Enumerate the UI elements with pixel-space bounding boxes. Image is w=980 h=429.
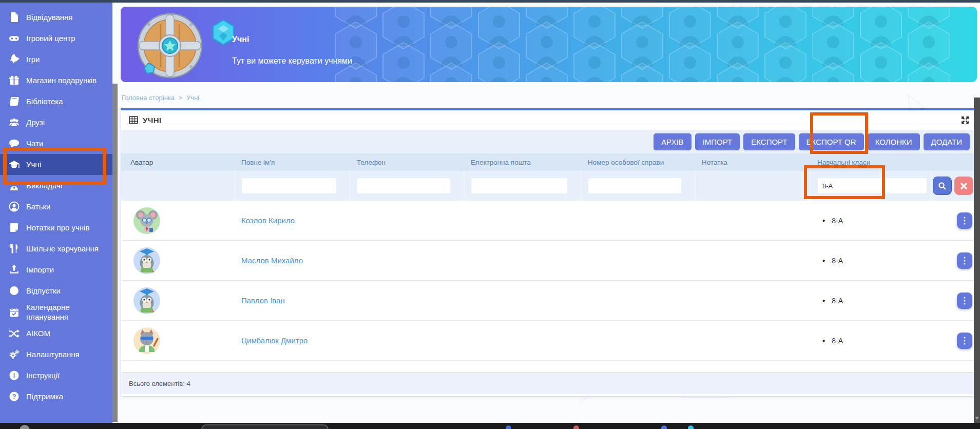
class-bullet: • [822, 336, 825, 345]
student-name-link[interactable]: Козлов Кирило [234, 216, 350, 225]
export-qr-button[interactable]: ЕКСПОРТ QR [799, 133, 864, 150]
sidebar-item-19[interactable]: ? Підтримка [0, 386, 112, 407]
class-cell: • 8-А [810, 216, 931, 225]
parent-icon [9, 201, 20, 212]
column-header-2[interactable]: Повне ім'я [234, 159, 350, 166]
filter-cell-avatar [121, 171, 234, 201]
filter-classes-input[interactable] [818, 178, 927, 193]
kebab-menu-icon [964, 337, 966, 345]
meal-icon [9, 243, 20, 254]
info-icon: i [9, 370, 20, 381]
sidebar-item-label: Магазин подарунків [26, 75, 97, 85]
sidebar-item-6[interactable]: Друзі [0, 112, 112, 133]
sidebar-item-label: Нотатки про учнів [26, 223, 89, 232]
student-name-link[interactable]: Маслов Михайло [234, 256, 350, 265]
sidebar-item-7[interactable]: Чати [0, 133, 112, 154]
archive-button[interactable]: АРХІВ [654, 133, 691, 150]
sidebar-item-8[interactable]: Учні [0, 154, 112, 175]
filter-file-number-input[interactable] [588, 178, 681, 193]
student-row: Козлов Кирило • 8-А [121, 201, 976, 241]
class-cell: • 8-А [810, 256, 931, 265]
sidebar-scrollbar[interactable] [112, 84, 118, 422]
clear-filter-button[interactable] [954, 177, 973, 195]
page-subtitle: Тут ви можете керувати учнями [232, 56, 352, 66]
sidebar-item-18[interactable]: i Інструкції [0, 365, 112, 386]
sidebar-item-16[interactable]: АІКОМ [0, 323, 112, 344]
export-button[interactable]: ЕКСПОРТ [743, 133, 795, 150]
sidebar-item-14[interactable]: Відпустки [0, 280, 112, 301]
settings-gears-icon [9, 349, 20, 360]
class-cell: • 8-А [810, 296, 931, 305]
sidebar-item-label: Налаштування [26, 349, 80, 359]
gift-icon [9, 75, 20, 86]
taskbar-start-icon[interactable] [20, 425, 30, 429]
import-button[interactable]: ІМПОРТ [695, 133, 740, 150]
book-icon [9, 96, 20, 107]
filter-fullname-input[interactable] [242, 178, 336, 193]
column-header-3[interactable]: Телефон [350, 159, 464, 166]
row-menu-button[interactable] [957, 252, 972, 269]
page-scrollbar[interactable] [974, 98, 980, 429]
row-menu-button[interactable] [957, 333, 972, 349]
empty-row [121, 361, 976, 372]
sidebar-item-1[interactable]: Відвідування [0, 7, 112, 28]
taskbar-app-icon[interactable] [506, 425, 511, 429]
student-avatar [133, 207, 160, 234]
sidebar-item-label: АІКОМ [26, 328, 50, 338]
student-name-link[interactable]: Павлов Іван [234, 296, 350, 305]
add-button[interactable]: ДОДАТИ [924, 133, 970, 150]
taskbar-app-icon[interactable] [688, 425, 694, 429]
app-screen: Відвідування Ігровий центр Ігри Магазин … [0, 0, 980, 429]
taskbar[interactable] [0, 423, 980, 429]
sidebar-item-9[interactable]: Викладачі [0, 175, 112, 196]
taskbar-app-icon[interactable] [661, 425, 667, 429]
taskbar-app-icon[interactable] [573, 425, 579, 429]
sidebar-item-3[interactable]: Ігри [0, 49, 112, 70]
question-icon: ? [9, 391, 20, 402]
expand-icon[interactable] [960, 115, 970, 125]
calendar-icon [9, 307, 20, 318]
student-name-link[interactable]: Цимбалюк Дмитро [234, 336, 350, 345]
taskbar-search-box[interactable] [201, 424, 329, 429]
search-button[interactable] [933, 177, 952, 195]
panel-header: УЧНІ [121, 110, 976, 130]
sidebar-item-12[interactable]: Шкільне харчування [0, 238, 112, 259]
toolbar: АРХІВІМПОРТЕКСПОРТЕКСПОРТ QRКОЛОНКИДОДАТ… [121, 130, 976, 153]
filter-email-input[interactable] [471, 178, 567, 193]
columns-button[interactable]: КОЛОНКИ [868, 133, 920, 150]
sidebar-item-4[interactable]: Магазин подарунків [0, 70, 112, 91]
breadcrumb-home[interactable]: Головна сторінка [122, 94, 175, 102]
sidebar-item-13[interactable]: Імпорти [0, 259, 112, 280]
sidebar-item-label: Відвідування [26, 12, 72, 22]
sidebar-item-label: Календарне планування [26, 302, 107, 322]
class-bullet: • [822, 296, 825, 305]
gamepad-icon [9, 33, 20, 44]
note-icon [9, 222, 20, 233]
filter-phone-input[interactable] [357, 178, 450, 193]
breadcrumb: Головна сторінка > Учні [122, 94, 199, 102]
sidebar-item-5[interactable]: Бібліотека [0, 91, 112, 112]
row-menu-button[interactable] [957, 292, 972, 309]
sidebar-item-11[interactable]: Нотатки про учнів [0, 217, 112, 238]
page-title: Учні [232, 35, 352, 44]
sidebar-item-15[interactable]: Календарне планування [0, 301, 112, 323]
svg-text:i: i [13, 372, 15, 379]
sidebar-item-10[interactable]: Батьки [0, 196, 112, 217]
scroll-down-arrow[interactable] [975, 417, 979, 420]
breadcrumb-separator: > [179, 94, 183, 102]
column-header-6[interactable]: Нотатка [695, 159, 810, 166]
class-cell: • 8-А [810, 336, 931, 345]
column-header-4[interactable]: Електронна пошта [464, 159, 581, 166]
filter-actions [931, 171, 976, 201]
row-menu-button[interactable] [957, 212, 972, 229]
friends-icon [9, 117, 20, 128]
column-header-5[interactable]: Номер особової справи [581, 159, 695, 166]
sidebar-item-2[interactable]: Ігровий центр [0, 28, 112, 49]
sidebar-item-label: Батьки [26, 202, 50, 211]
total-count: Всього елементів: 4 [121, 372, 976, 394]
hexagon-avatar-pattern [335, 7, 977, 82]
shield-illustration [128, 9, 238, 82]
column-header-7[interactable]: Навчальні класи [810, 159, 931, 166]
sidebar-item-17[interactable]: Налаштування [0, 344, 112, 365]
owl-avatar-image [133, 247, 160, 274]
